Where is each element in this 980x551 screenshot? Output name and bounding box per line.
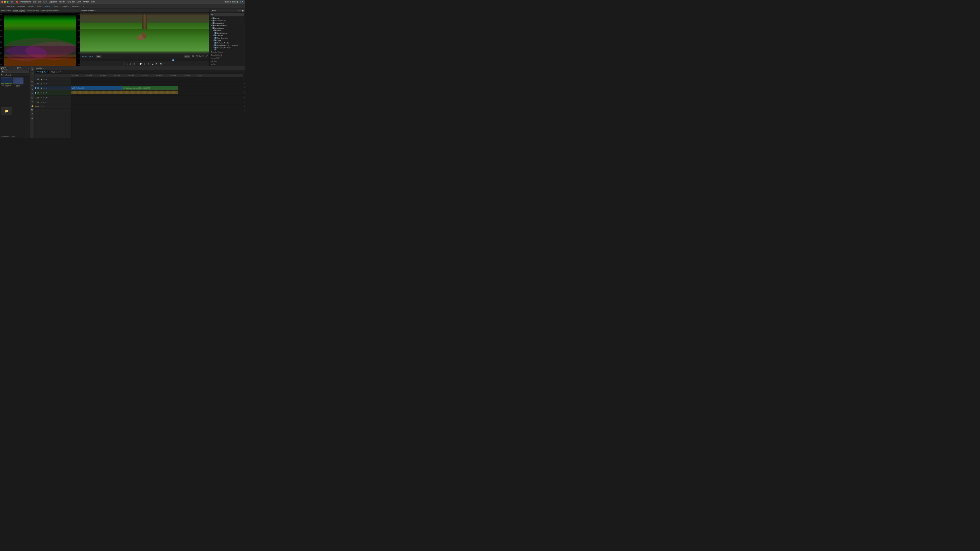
tool-zoom[interactable]: 🔍 (30, 108, 34, 111)
effects-search-input[interactable] (213, 14, 243, 16)
tool-slide[interactable]: ⊡ (30, 96, 34, 99)
tab-libraries[interactable]: Libraries (71, 5, 80, 8)
menu-file[interactable]: File (33, 1, 36, 3)
effects-item-fxfactory-color[interactable]: ▶ FxFactory Pro Color Correction (210, 44, 245, 46)
track-eye-v3[interactable] (35, 78, 37, 80)
fit-dropdown[interactable]: Fit ▾ (96, 55, 102, 58)
tool-rate-stretch[interactable]: ◫ (30, 84, 34, 87)
tab-graphics[interactable]: Graphics (60, 5, 70, 8)
tab-lumetri-scopes[interactable]: Lumetri Scopes ≡ (13, 10, 25, 12)
menu-help[interactable]: Help (91, 1, 95, 3)
linked-selection-button[interactable]: 🔗 (53, 71, 56, 73)
menu-clip[interactable]: Clip (43, 1, 46, 3)
mark-out-button[interactable]: ⟧ (129, 62, 132, 65)
overwrite-button[interactable]: ⬒ (155, 62, 158, 65)
track-solo-a2[interactable]: S (43, 97, 44, 98)
tab-effect-controls[interactable]: Effect Controls (2, 10, 11, 12)
tab-audio-clip-mixer[interactable]: Audio Clip Mixer: Tudorific (41, 10, 59, 12)
clip-thumb-folder[interactable]: 📁 (1, 108, 12, 134)
track-lock-v1[interactable]: 🔒 (40, 87, 43, 89)
clip-block-squirrels[interactable]: ▶ 13 - Looking for Squirrels (15-May-11)… (122, 86, 178, 90)
tab-editing[interactable]: Editing (27, 5, 35, 8)
minimize-button[interactable] (4, 1, 6, 3)
menu-premiere[interactable]: Premiere Pro (21, 1, 31, 3)
clip-thumb-tudors[interactable]: Ai 18 - The Tudors 31;25 (1, 78, 12, 107)
scrubber-handle[interactable] (172, 59, 174, 61)
track-target-v3[interactable]: ◎ (43, 78, 45, 80)
play-button[interactable]: ▶ (140, 62, 143, 65)
libraries-section[interactable]: Libraries (210, 60, 245, 63)
menu-view[interactable]: View (77, 1, 81, 3)
media-browser-more[interactable]: » (28, 67, 29, 69)
snap-button[interactable]: ⊡ (51, 71, 53, 73)
timeline-clips-area[interactable]: 2;02;48;04 2;02;56;04 0;03;04;06 0;03;12… (72, 74, 243, 138)
track-solo-a1[interactable]: S (43, 92, 44, 94)
effects-item-presets[interactable]: ▶ Presets (210, 17, 245, 19)
track-target-v2[interactable]: ◎ (43, 83, 45, 84)
lumetri-color-section[interactable]: Lumetri Color (210, 57, 245, 60)
track-target-indicator-v1[interactable] (35, 87, 37, 89)
track-eye-a2[interactable] (35, 97, 37, 98)
effects-item-color-correction[interactable]: ▶ Color Correction (210, 37, 245, 39)
clip-block-audio[interactable] (72, 91, 178, 94)
step-forward-button[interactable]: ▸ (144, 62, 146, 65)
tool-selection[interactable]: ↖ (30, 67, 34, 70)
tool-ai[interactable]: Ai (30, 116, 34, 120)
effects-panel-icons[interactable]: ⊡ ⊞ 📅 (239, 10, 243, 12)
effects-item-blur-sharpen[interactable]: ▶ Blur & Sharpen (210, 32, 245, 34)
track-record-a2[interactable]: 🎤 (45, 97, 47, 98)
tab-effects[interactable]: Effects (43, 5, 52, 8)
track-target-v1[interactable]: ◎ (43, 87, 45, 89)
menu-graphics[interactable]: Graphics (68, 1, 75, 3)
track-vis-v1[interactable]: 👁 (45, 87, 48, 89)
tool-slip[interactable]: ⇔ (30, 92, 34, 95)
track-eye-a3[interactable] (35, 102, 37, 103)
mark-in-button[interactable]: ⟦ (126, 62, 129, 65)
tab-color[interactable]: Color (36, 5, 43, 8)
quality-dropdown[interactable]: Full ▾ (184, 55, 190, 58)
go-to-in-button[interactable]: ⏮ (133, 62, 135, 65)
go-to-out-button[interactable]: ⏭ (147, 62, 150, 65)
track-mute-a1[interactable]: M (40, 92, 42, 94)
menu-markers[interactable]: Markers (59, 1, 65, 3)
tool-hand[interactable]: ✋ (30, 104, 34, 107)
clip-block-tudors[interactable]: ▶ 18 - The Tudors [V] (72, 86, 122, 90)
program-monitor-menu[interactable]: ≡ (95, 10, 96, 11)
effects-item-fxfactory-blur[interactable]: ▶ FxFactory Pro Blur (210, 41, 245, 44)
tab-source-no-clips[interactable]: Source: (no clips) (27, 10, 39, 12)
track-lock-v2[interactable]: 🔒 (40, 83, 43, 84)
effects-item-audio-transitions[interactable]: ▶ Audio Transitions (210, 24, 245, 27)
menu-sequence[interactable]: Sequence (49, 1, 57, 3)
track-vis-v3[interactable]: 👁 (45, 78, 48, 80)
media-browser-tab[interactable]: Media Browser (17, 67, 27, 70)
effects-item-fxfactory-distort[interactable]: ▶ FxFactory Pro Distort (210, 46, 245, 49)
tool-rolling-edit[interactable]: ⊢ (30, 79, 34, 83)
shuttle-left-button[interactable]: ⟨ (123, 62, 125, 65)
timeline-menu[interactable]: ≡ (43, 67, 43, 69)
project-search-input[interactable] (5, 71, 28, 73)
menu-edit[interactable]: Edit (38, 1, 41, 3)
essential-graphics-section[interactable]: Essential Graphics (210, 51, 245, 54)
step-back-button[interactable]: ◂ (137, 62, 139, 65)
effects-item-channel[interactable]: ▶ Channel (210, 34, 245, 37)
track-solo-a3[interactable]: S (43, 102, 44, 103)
tool-razor[interactable]: ✂ (30, 88, 34, 91)
tool-type[interactable]: T (30, 112, 34, 116)
track-mute-a3[interactable]: M (40, 102, 42, 103)
effects-item-lumetri-presets[interactable]: ▶ Lumetri Presets (210, 19, 245, 22)
tool-track-select[interactable]: ↔ (30, 71, 34, 75)
clip-thumb-tudorific[interactable]: Tudorific 4;51;07 (13, 78, 24, 107)
close-button[interactable] (2, 1, 3, 3)
menu-apple[interactable]: 🍎 (16, 1, 18, 3)
settings-button[interactable]: ⚙ (59, 71, 61, 73)
track-vis-v2[interactable]: 👁 (45, 83, 48, 84)
tab-learning[interactable]: Learning (6, 5, 15, 8)
tool-pen[interactable]: ✒ (30, 100, 34, 103)
more-workspaces-button[interactable]: » (81, 5, 86, 8)
effects-item-adjust[interactable]: ▶ Adjust (210, 29, 245, 32)
insert-button[interactable]: ⬓ (151, 62, 154, 65)
tool-ripple-edit[interactable]: ⊣ (30, 75, 34, 79)
track-lock-v3[interactable]: 🔒 (40, 78, 43, 80)
track-mute-a2[interactable]: M (40, 97, 42, 98)
maximize-button[interactable] (7, 1, 8, 3)
